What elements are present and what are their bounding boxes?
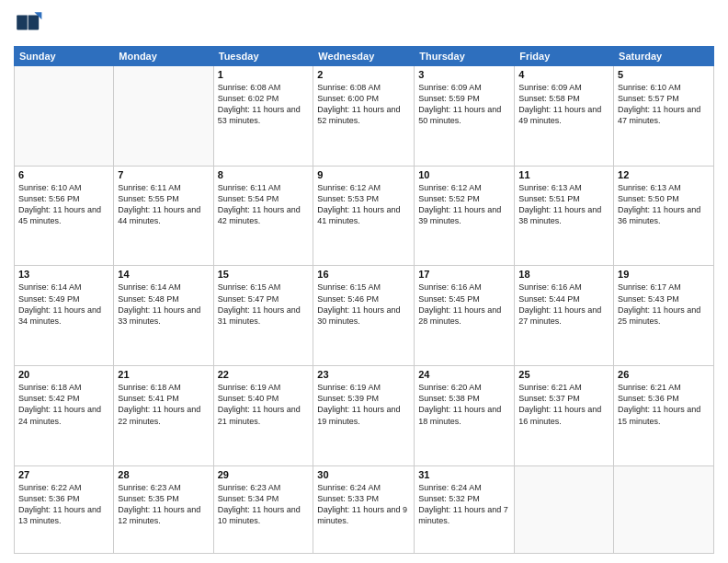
- calendar-cell: 21Sunrise: 6:18 AM Sunset: 5:41 PM Dayli…: [114, 366, 213, 466]
- calendar-cell: 18Sunrise: 6:16 AM Sunset: 5:44 PM Dayli…: [515, 266, 614, 366]
- day-info: Sunrise: 6:24 AM Sunset: 5:32 PM Dayligh…: [418, 482, 510, 527]
- day-number: 7: [118, 169, 209, 180]
- calendar-cell: 19Sunrise: 6:17 AM Sunset: 5:43 PM Dayli…: [614, 266, 714, 366]
- weekday-header-row: SundayMondayTuesdayWednesdayThursdayFrid…: [15, 47, 714, 66]
- day-number: 30: [317, 469, 410, 480]
- calendar-cell: 26Sunrise: 6:21 AM Sunset: 5:36 PM Dayli…: [614, 366, 714, 466]
- day-info: Sunrise: 6:24 AM Sunset: 5:33 PM Dayligh…: [317, 482, 410, 527]
- calendar-cell: 4Sunrise: 6:09 AM Sunset: 5:58 PM Daylig…: [515, 66, 614, 167]
- day-info: Sunrise: 6:19 AM Sunset: 5:39 PM Dayligh…: [317, 382, 410, 427]
- day-number: 9: [317, 169, 410, 180]
- calendar-cell: 6Sunrise: 6:10 AM Sunset: 5:56 PM Daylig…: [15, 166, 114, 266]
- day-number: 15: [218, 269, 310, 280]
- svg-rect-0: [17, 15, 28, 29]
- day-info: Sunrise: 6:23 AM Sunset: 5:35 PM Dayligh…: [118, 482, 209, 527]
- calendar-cell: 16Sunrise: 6:15 AM Sunset: 5:46 PM Dayli…: [313, 266, 415, 366]
- week-row-1: 1Sunrise: 6:08 AM Sunset: 6:02 PM Daylig…: [15, 66, 714, 167]
- svg-rect-1: [28, 15, 39, 29]
- day-number: 10: [418, 169, 510, 180]
- calendar-cell: 5Sunrise: 6:10 AM Sunset: 5:57 PM Daylig…: [614, 66, 714, 167]
- week-row-4: 20Sunrise: 6:18 AM Sunset: 5:42 PM Dayli…: [15, 366, 714, 466]
- calendar-cell: 20Sunrise: 6:18 AM Sunset: 5:42 PM Dayli…: [15, 366, 114, 466]
- day-info: Sunrise: 6:11 AM Sunset: 5:55 PM Dayligh…: [118, 182, 209, 227]
- day-number: 13: [18, 269, 109, 280]
- day-number: 12: [618, 169, 710, 180]
- calendar: SundayMondayTuesdayWednesdayThursdayFrid…: [14, 46, 714, 554]
- calendar-cell: 12Sunrise: 6:13 AM Sunset: 5:50 PM Dayli…: [614, 166, 714, 266]
- day-info: Sunrise: 6:13 AM Sunset: 5:50 PM Dayligh…: [618, 182, 710, 227]
- day-number: 27: [18, 469, 109, 480]
- logo: [14, 9, 47, 39]
- day-info: Sunrise: 6:15 AM Sunset: 5:46 PM Dayligh…: [317, 282, 410, 327]
- day-number: 3: [418, 69, 510, 80]
- day-info: Sunrise: 6:16 AM Sunset: 5:45 PM Dayligh…: [418, 282, 510, 327]
- day-number: 21: [118, 369, 209, 380]
- day-number: 6: [18, 169, 109, 180]
- day-number: 2: [317, 69, 410, 80]
- day-info: Sunrise: 6:08 AM Sunset: 6:02 PM Dayligh…: [218, 82, 310, 127]
- week-row-2: 6Sunrise: 6:10 AM Sunset: 5:56 PM Daylig…: [15, 166, 714, 266]
- day-info: Sunrise: 6:23 AM Sunset: 5:34 PM Dayligh…: [218, 482, 310, 527]
- calendar-cell: 15Sunrise: 6:15 AM Sunset: 5:47 PM Dayli…: [213, 266, 313, 366]
- calendar-cell: 24Sunrise: 6:20 AM Sunset: 5:38 PM Dayli…: [415, 366, 515, 466]
- calendar-cell: 11Sunrise: 6:13 AM Sunset: 5:51 PM Dayli…: [515, 166, 614, 266]
- weekday-header-thursday: Thursday: [415, 47, 515, 66]
- day-info: Sunrise: 6:22 AM Sunset: 5:36 PM Dayligh…: [18, 482, 109, 527]
- calendar-cell: 30Sunrise: 6:24 AM Sunset: 5:33 PM Dayli…: [313, 465, 415, 553]
- calendar-cell: 28Sunrise: 6:23 AM Sunset: 5:35 PM Dayli…: [114, 465, 213, 553]
- day-number: 4: [518, 69, 609, 80]
- day-info: Sunrise: 6:21 AM Sunset: 5:37 PM Dayligh…: [518, 382, 609, 427]
- calendar-cell: 31Sunrise: 6:24 AM Sunset: 5:32 PM Dayli…: [415, 465, 515, 553]
- calendar-cell: 9Sunrise: 6:12 AM Sunset: 5:53 PM Daylig…: [313, 166, 415, 266]
- day-info: Sunrise: 6:09 AM Sunset: 5:58 PM Dayligh…: [518, 82, 609, 127]
- calendar-cell: [515, 465, 614, 553]
- day-number: 26: [618, 369, 710, 380]
- calendar-cell: 23Sunrise: 6:19 AM Sunset: 5:39 PM Dayli…: [313, 366, 415, 466]
- calendar-cell: 1Sunrise: 6:08 AM Sunset: 6:02 PM Daylig…: [213, 66, 313, 167]
- day-number: 11: [518, 169, 609, 180]
- weekday-header-monday: Monday: [114, 47, 213, 66]
- calendar-cell: 25Sunrise: 6:21 AM Sunset: 5:37 PM Dayli…: [515, 366, 614, 466]
- day-number: 24: [418, 369, 510, 380]
- week-row-3: 13Sunrise: 6:14 AM Sunset: 5:49 PM Dayli…: [15, 266, 714, 366]
- weekday-header-sunday: Sunday: [15, 47, 114, 66]
- calendar-cell: [114, 66, 213, 167]
- day-number: 14: [118, 269, 209, 280]
- day-number: 18: [518, 269, 609, 280]
- calendar-cell: 22Sunrise: 6:19 AM Sunset: 5:40 PM Dayli…: [213, 366, 313, 466]
- week-row-5: 27Sunrise: 6:22 AM Sunset: 5:36 PM Dayli…: [15, 465, 714, 553]
- calendar-cell: 7Sunrise: 6:11 AM Sunset: 5:55 PM Daylig…: [114, 166, 213, 266]
- day-number: 17: [418, 269, 510, 280]
- calendar-cell: 13Sunrise: 6:14 AM Sunset: 5:49 PM Dayli…: [15, 266, 114, 366]
- day-info: Sunrise: 6:15 AM Sunset: 5:47 PM Dayligh…: [218, 282, 310, 327]
- day-info: Sunrise: 6:14 AM Sunset: 5:49 PM Dayligh…: [18, 282, 109, 327]
- day-info: Sunrise: 6:11 AM Sunset: 5:54 PM Dayligh…: [218, 182, 310, 227]
- calendar-cell: [15, 66, 114, 167]
- day-info: Sunrise: 6:20 AM Sunset: 5:38 PM Dayligh…: [418, 382, 510, 427]
- calendar-cell: [614, 465, 714, 553]
- calendar-cell: 29Sunrise: 6:23 AM Sunset: 5:34 PM Dayli…: [213, 465, 313, 553]
- day-number: 16: [317, 269, 410, 280]
- day-number: 19: [618, 269, 710, 280]
- day-number: 20: [18, 369, 109, 380]
- calendar-cell: 2Sunrise: 6:08 AM Sunset: 6:00 PM Daylig…: [313, 66, 415, 167]
- day-number: 29: [218, 469, 310, 480]
- day-info: Sunrise: 6:18 AM Sunset: 5:42 PM Dayligh…: [18, 382, 109, 427]
- day-number: 8: [218, 169, 310, 180]
- day-info: Sunrise: 6:14 AM Sunset: 5:48 PM Dayligh…: [118, 282, 209, 327]
- weekday-header-friday: Friday: [515, 47, 614, 66]
- day-info: Sunrise: 6:21 AM Sunset: 5:36 PM Dayligh…: [618, 382, 710, 427]
- day-info: Sunrise: 6:10 AM Sunset: 5:57 PM Dayligh…: [618, 82, 710, 127]
- weekday-header-saturday: Saturday: [614, 47, 714, 66]
- calendar-cell: 10Sunrise: 6:12 AM Sunset: 5:52 PM Dayli…: [415, 166, 515, 266]
- calendar-cell: 27Sunrise: 6:22 AM Sunset: 5:36 PM Dayli…: [15, 465, 114, 553]
- day-number: 23: [317, 369, 410, 380]
- day-info: Sunrise: 6:09 AM Sunset: 5:59 PM Dayligh…: [418, 82, 510, 127]
- day-info: Sunrise: 6:16 AM Sunset: 5:44 PM Dayligh…: [518, 282, 609, 327]
- day-number: 31: [418, 469, 510, 480]
- day-info: Sunrise: 6:18 AM Sunset: 5:41 PM Dayligh…: [118, 382, 209, 427]
- weekday-header-wednesday: Wednesday: [313, 47, 415, 66]
- day-number: 25: [518, 369, 609, 380]
- day-number: 22: [218, 369, 310, 380]
- calendar-cell: 8Sunrise: 6:11 AM Sunset: 5:54 PM Daylig…: [213, 166, 313, 266]
